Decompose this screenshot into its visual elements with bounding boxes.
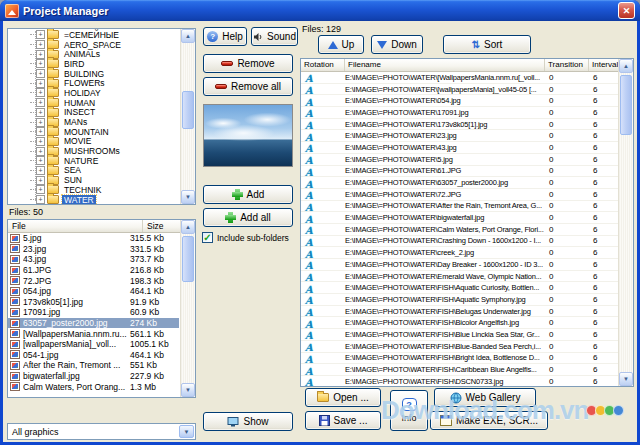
expand-plus-icon[interactable]: + [36, 156, 45, 165]
file-list-row[interactable]: 23.jpg331.5 Kb [8, 244, 179, 255]
scroll-up-icon[interactable]: ▲ [181, 29, 195, 43]
scroll-up-icon[interactable]: ▲ [181, 220, 195, 234]
expand-plus-icon[interactable]: + [36, 195, 45, 204]
playlist-row[interactable]: AE:\IMAGE\=PHOTO\WATER\Calm Waters, Port… [301, 224, 618, 236]
scroll-thumb[interactable] [182, 91, 194, 129]
playlist-row[interactable]: AE:\IMAGE\=PHOTO\WATER\FISH\Bicolor Ange… [301, 317, 618, 329]
tree-item-folder[interactable]: +TECHNIK [8, 185, 179, 195]
add-button[interactable]: Add [203, 185, 293, 204]
tree-item-folder[interactable]: +BIRD [8, 59, 179, 69]
playlist-row[interactable]: AE:\IMAGE\=PHOTO\WATER\creek_2.jpg06 [301, 247, 618, 259]
scroll-thumb[interactable] [182, 236, 194, 282]
playlist-row[interactable]: AE:\IMAGE\=PHOTO\WATER\[wallpapersMania]… [301, 84, 618, 96]
scroll-thumb[interactable] [620, 75, 632, 135]
scroll-up-icon[interactable]: ▲ [619, 59, 633, 73]
playlist-row[interactable]: AE:\IMAGE\=PHOTO\WATER\63057_poster2000.… [301, 177, 618, 189]
file-list-row[interactable]: 61.JPG216.8 Kb [8, 265, 179, 276]
playlist-row[interactable]: AE:\IMAGE\=PHOTO\WATER\FISH\Blue Linckia… [301, 329, 618, 341]
expand-plus-icon[interactable]: + [36, 127, 45, 136]
tree-item-folder[interactable]: +HOLIDAY [8, 88, 179, 98]
expand-plus-icon[interactable]: + [36, 30, 45, 39]
playlist-row[interactable]: AE:\IMAGE\=PHOTO\WATER\[WallpapersMania.… [301, 72, 618, 84]
tree-item-folder[interactable]: +WATER [8, 195, 179, 205]
sound-button[interactable]: Sound [251, 27, 298, 46]
column-transition[interactable]: Transition [545, 59, 589, 71]
playlist-row[interactable]: AE:\IMAGE\=PHOTO\WATER\FISH\Aquatic Curi… [301, 282, 618, 294]
column-file[interactable]: File [8, 220, 143, 232]
expand-plus-icon[interactable]: + [36, 118, 45, 127]
file-list-row[interactable]: bigwaterfall.jpg227.9 Kb [8, 371, 179, 382]
column-filename[interactable]: Filename [345, 59, 545, 71]
playlist-row[interactable]: AE:\IMAGE\=PHOTO\WATER\23.jpg06 [301, 130, 618, 142]
move-up-button[interactable]: Up [318, 35, 364, 54]
file-type-filter[interactable]: All graphics ▼ [7, 423, 196, 440]
file-list-row[interactable]: 72.JPG198.3 Kb [8, 275, 179, 286]
expand-plus-icon[interactable]: + [36, 137, 45, 146]
expand-plus-icon[interactable]: + [36, 69, 45, 78]
playlist-row[interactable]: AE:\IMAGE\=PHOTO\WATER\FISH\Aquatic Symp… [301, 294, 618, 306]
file-list-row[interactable]: 5.jpg315.5 Kb [8, 233, 179, 244]
expand-plus-icon[interactable]: + [36, 98, 45, 107]
playlist-row[interactable]: AE:\IMAGE\=PHOTO\WATER\72.JPG06 [301, 189, 618, 201]
playlist-row[interactable]: AE:\IMAGE\=PHOTO\WATER\5.jpg06 [301, 154, 618, 166]
tree-item-folder[interactable]: +INSECT [8, 108, 179, 118]
include-subfolders-option[interactable]: ✓ Include sub-folders [202, 232, 298, 243]
sort-button[interactable]: ⇅ Sort [443, 35, 531, 54]
file-list-row[interactable]: Calm Waters, Port Orang...1.3 Mb [8, 381, 179, 392]
add-all-button[interactable]: Add all [203, 208, 293, 227]
file-list-row[interactable]: [WallpapersMania.nnm.ru...561.1 Kb [8, 328, 179, 339]
titlebar[interactable]: Project Manager ✕ [0, 0, 640, 21]
scroll-down-icon[interactable]: ▼ [181, 383, 195, 397]
expand-plus-icon[interactable]: + [36, 40, 45, 49]
open-button[interactable]: Open ... [305, 388, 381, 407]
info-button[interactable]: ? Info [390, 390, 428, 431]
expand-plus-icon[interactable]: + [36, 147, 45, 156]
file-list-row[interactable]: 43.jpg373.7 Kb [8, 254, 179, 265]
tree-item-folder[interactable]: +MUSHROOMs [8, 146, 179, 156]
playlist-row[interactable]: AE:\IMAGE\=PHOTO\WATER\bigwaterfall.jpg0… [301, 212, 618, 224]
tree-item-folder[interactable]: +SUN [8, 175, 179, 185]
make-exe-button[interactable]: Make EXE, SCR... [430, 411, 548, 430]
save-button[interactable]: Save ... [305, 411, 381, 430]
expand-plus-icon[interactable]: + [36, 59, 45, 68]
playlist-row[interactable]: AE:\IMAGE\=PHOTO\WATER\FISH\Blue-Banded … [301, 341, 618, 353]
tree-scrollbar[interactable]: ▲ ▼ [180, 29, 195, 204]
remove-button[interactable]: Remove [203, 54, 293, 73]
file-list-row[interactable]: After the Rain, Tremont ...551 Kb [8, 360, 179, 371]
playlist-scrollbar[interactable]: ▲ ▼ [618, 59, 633, 386]
tree-item-folder[interactable]: +NATURE [8, 156, 179, 166]
tree-item-folder[interactable]: +MOVIE [8, 137, 179, 147]
expand-plus-icon[interactable]: + [36, 108, 45, 117]
tree-item-folder[interactable]: +SEA [8, 166, 179, 176]
tree-item-folder[interactable]: +BUILDING [8, 69, 179, 79]
expand-plus-icon[interactable]: + [36, 166, 45, 175]
expand-plus-icon[interactable]: + [36, 176, 45, 185]
remove-all-button[interactable]: Remove all [203, 77, 293, 96]
close-icon[interactable]: ✕ [618, 2, 635, 19]
playlist-row[interactable]: AE:\IMAGE\=PHOTO\WATER\43.jpg06 [301, 142, 618, 154]
tree-item-folder[interactable]: +AERO_SPACE [8, 40, 179, 50]
playlist-row[interactable]: AE:\IMAGE\=PHOTO\WATER\FISH\Belugas Unde… [301, 306, 618, 318]
playlist-row[interactable]: AE:\IMAGE\=PHOTO\WATER\After the Rain, T… [301, 201, 618, 213]
playlist-row[interactable]: AE:\IMAGE\=PHOTO\WATER\FISH\DSCN0733.jpg… [301, 376, 618, 387]
expand-plus-icon[interactable]: + [36, 185, 45, 194]
tree-item-folder[interactable]: +HUMAN [8, 98, 179, 108]
expand-plus-icon[interactable]: + [36, 79, 45, 88]
playlist-row[interactable]: AE:\IMAGE\=PHOTO\WATER\FISH\Caribbean Bl… [301, 364, 618, 376]
dropdown-arrow-icon[interactable]: ▼ [179, 425, 194, 438]
help-button[interactable]: ? Help [203, 27, 247, 46]
checkbox-icon[interactable]: ✓ [202, 232, 213, 243]
file-list-row[interactable]: [wallpapersMania]_voll...1005.1 Kb [8, 339, 179, 350]
playlist-row[interactable]: AE:\IMAGE\=PHOTO\WATER\FISH\Bright Idea,… [301, 353, 618, 365]
show-button[interactable]: Show [203, 412, 293, 431]
file-list-row[interactable]: 63057_poster2000.jpg274 Kb [8, 318, 179, 329]
playlist-row[interactable]: AE:\IMAGE\=PHOTO\WATER\61.JPG06 [301, 166, 618, 178]
playlist-row[interactable]: AE:\IMAGE\=PHOTO\WATER\Crashing Down - 1… [301, 236, 618, 248]
playlist-row[interactable]: AE:\IMAGE\=PHOTO\WATER\Day Breaker - 160… [301, 259, 618, 271]
playlist-row[interactable]: AE:\IMAGE\=PHOTO\WATER\Emerald Wave, Oly… [301, 271, 618, 283]
file-list-row[interactable]: 173v8k05[1].jpg91.9 Kb [8, 297, 179, 308]
web-gallery-button[interactable]: Web Gallery [434, 388, 536, 407]
tree-item-folder[interactable]: +FLOWERs [8, 78, 179, 88]
move-down-button[interactable]: Down [371, 35, 423, 54]
tree-item-folder[interactable]: +MANs [8, 117, 179, 127]
